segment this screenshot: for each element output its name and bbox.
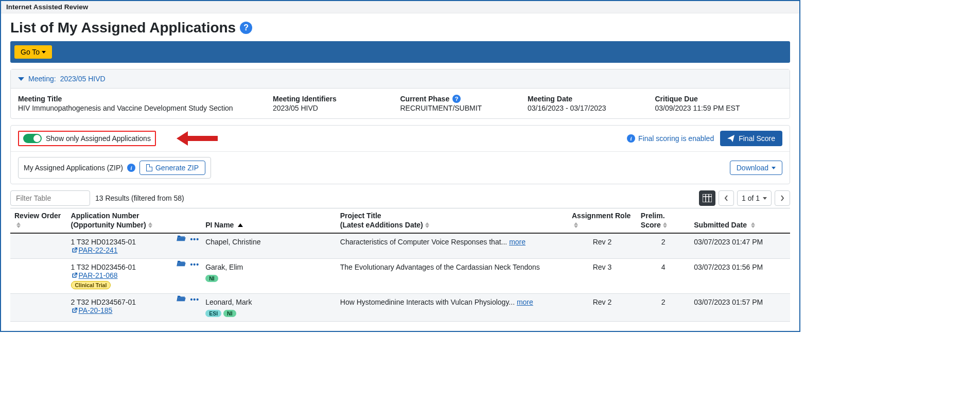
results-count: 13 Results (filtered from 58)	[95, 194, 184, 202]
cell-prelim-score: 2	[637, 294, 690, 322]
paper-plane-icon	[727, 135, 734, 142]
caret-down-icon	[772, 167, 776, 169]
annotation-arrow	[177, 131, 218, 146]
cell-assignment-role: Rev 2	[568, 294, 637, 322]
col-application-number[interactable]: Application Number (Opportunity Number)	[67, 208, 202, 234]
meeting-panel-header[interactable]: Meeting: 2023/05 HIVD	[11, 69, 790, 89]
window-title: Internet Assisted Review	[6, 3, 88, 11]
cell-app-number: 1 T32 HD023456-01PAR-21-068Clinical Tria…	[67, 259, 202, 294]
pager-page-button[interactable]: 1 of 1	[737, 190, 772, 206]
help-icon[interactable]: ?	[240, 22, 252, 34]
cell-prelim-score: 4	[637, 259, 690, 294]
esi-badge: ESI	[205, 310, 221, 317]
project-title-text: How Hystomedinine Interacts with Vulcan …	[340, 298, 515, 306]
current-phase-label: Current Phase ?	[400, 95, 528, 103]
cell-assignment-role: Rev 2	[568, 233, 637, 259]
cell-app-number: 1 T32 HD012345-01PAR-22-241•••	[67, 233, 202, 259]
meeting-title-value: HIV Immunopathogenesis and Vaccine Devel…	[18, 104, 273, 112]
col-prelim-score[interactable]: Prelim. Score	[637, 208, 690, 234]
action-bar: Go To	[10, 41, 790, 63]
cell-app-number: 2 T32 HD234567-01PA-20-185•••	[67, 294, 202, 322]
pager-next-button[interactable]	[775, 190, 790, 206]
applications-table: Review Order Application Number (Opportu…	[10, 208, 790, 322]
chevron-down-icon	[18, 77, 24, 81]
cell-review-order	[10, 233, 67, 259]
project-title-text: The Evolutionary Advantages of the Carda…	[340, 263, 540, 271]
ni-badge: NI	[223, 310, 236, 317]
meeting-title-label: Meeting Title	[18, 95, 273, 103]
cell-pi-name: Garak, ElimNI	[201, 259, 336, 294]
meeting-date-value: 03/16/2023 - 03/17/2023	[528, 104, 655, 112]
cell-submitted-date: 03/07/2023 01:57 PM	[690, 294, 790, 322]
window-title-bar: Internet Assisted Review	[1, 1, 799, 13]
assigned-only-toggle-highlight: Show only Assigned Applications	[18, 131, 156, 146]
filter-table-input[interactable]	[10, 190, 90, 206]
cell-project-title: Characteristics of Computer Voice Respon…	[336, 233, 568, 259]
meeting-idents-value: 2023/05 HIVD	[273, 104, 400, 112]
scoring-status: i Final scoring is enabled	[627, 134, 714, 143]
svg-rect-0	[703, 194, 712, 202]
clinical-trial-badge: Clinical Trial	[71, 281, 111, 289]
col-assignment-role[interactable]: Assignment Role	[568, 208, 637, 234]
final-score-button[interactable]: Final Score	[720, 131, 782, 146]
column-picker-button[interactable]	[699, 190, 715, 206]
pi-name: Leonard, Mark	[205, 298, 332, 306]
more-link[interactable]: more	[517, 298, 533, 306]
cell-pi-name: Leonard, MarkESINI	[201, 294, 336, 322]
cell-submitted-date: 03/07/2023 01:56 PM	[690, 259, 790, 294]
col-submitted-date[interactable]: Submitted Date	[690, 208, 790, 234]
external-link-icon	[71, 307, 78, 314]
sort-asc-icon	[238, 223, 243, 227]
info-icon[interactable]: i	[127, 164, 135, 172]
col-pi-name[interactable]: PI Name	[201, 208, 336, 234]
pi-name: Chapel, Christine	[205, 238, 332, 246]
file-icon	[146, 164, 152, 171]
help-icon[interactable]: ?	[452, 95, 461, 103]
generate-zip-button[interactable]: Generate ZIP	[139, 161, 205, 175]
opportunity-number-link[interactable]: PAR-22-241	[79, 246, 118, 254]
zip-group: My Assigned Applications (ZIP) i Generat…	[18, 157, 211, 179]
cell-project-title: The Evolutionary Advantages of the Carda…	[336, 259, 568, 294]
folder-icon[interactable]	[177, 260, 186, 269]
opportunity-number-link[interactable]: PAR-21-068	[79, 271, 118, 279]
caret-down-icon	[763, 197, 767, 200]
opportunity-number-link[interactable]: PA-20-185	[79, 306, 113, 314]
cell-project-title: How Hystomedinine Interacts with Vulcan …	[336, 294, 568, 322]
download-button[interactable]: Download	[730, 161, 782, 175]
table-row: 1 T32 HD012345-01PAR-22-241•••Chapel, Ch…	[10, 233, 790, 259]
info-icon[interactable]: i	[627, 134, 635, 143]
more-actions-icon[interactable]: •••	[190, 235, 199, 243]
assigned-only-label: Show only Assigned Applications	[46, 134, 151, 143]
more-actions-icon[interactable]: •••	[190, 295, 199, 304]
pager-prev-button[interactable]	[719, 190, 734, 206]
more-link[interactable]: more	[509, 238, 526, 246]
table-row: 1 T32 HD023456-01PAR-21-068Clinical Tria…	[10, 259, 790, 294]
project-title-text: Characteristics of Computer Voice Respon…	[340, 238, 507, 246]
pi-name: Garak, Elim	[205, 263, 332, 271]
folder-icon[interactable]	[177, 295, 186, 304]
cell-review-order	[10, 294, 67, 322]
caret-down-icon	[42, 51, 46, 54]
more-actions-icon[interactable]: •••	[190, 260, 199, 269]
meeting-date-label: Meeting Date	[528, 95, 655, 103]
meeting-panel: Meeting: 2023/05 HIVD Meeting Title HIV …	[10, 69, 790, 119]
cell-review-order	[10, 259, 67, 294]
zip-label: My Assigned Applications (ZIP)	[24, 164, 123, 172]
ni-badge: NI	[205, 275, 218, 282]
table-row: 2 T32 HD234567-01PA-20-185•••Leonard, Ma…	[10, 294, 790, 322]
cell-assignment-role: Rev 3	[568, 259, 637, 294]
assigned-only-toggle[interactable]	[23, 134, 42, 143]
page-title: List of My Assigned Applications ?	[10, 20, 790, 36]
col-project-title[interactable]: Project Title (Latest eAdditions Date)	[336, 208, 568, 234]
goto-button[interactable]: Go To	[14, 45, 52, 59]
current-phase-value: RECRUITMENT/SUBMIT	[400, 104, 528, 112]
critique-due-label: Critique Due	[655, 95, 783, 103]
cell-prelim-score: 2	[637, 233, 690, 259]
meeting-idents-label: Meeting Identifiers	[273, 95, 400, 103]
critique-due-value: 03/09/2023 11:59 PM EST	[655, 104, 783, 112]
meeting-panel-body: Meeting Title HIV Immunopathogenesis and…	[11, 89, 790, 118]
filter-panel: Show only Assigned Applications i Final …	[10, 125, 790, 184]
col-review-order[interactable]: Review Order	[10, 208, 67, 234]
folder-icon[interactable]	[177, 235, 186, 243]
cell-pi-name: Chapel, Christine	[201, 233, 336, 259]
